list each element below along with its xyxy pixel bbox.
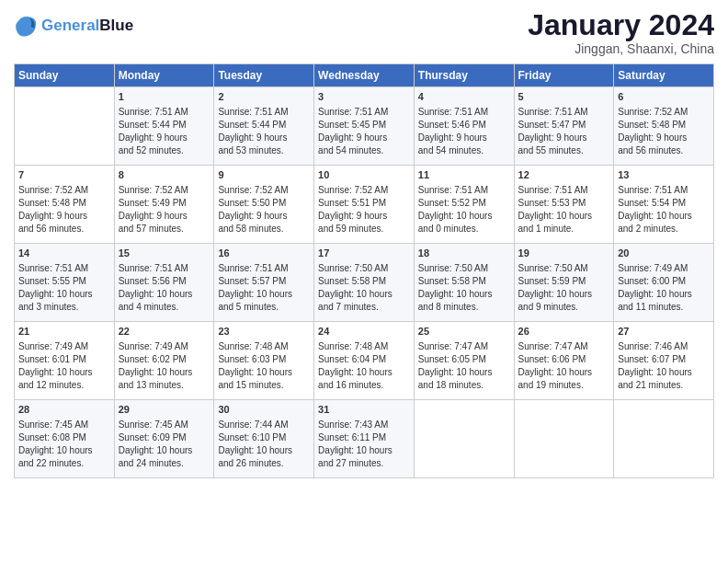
day-info: and 54 minutes.: [418, 144, 510, 157]
calendar-week-row: 7Sunrise: 7:52 AMSunset: 5:48 PMDaylight…: [15, 166, 714, 244]
day-info: Daylight: 9 hours: [618, 132, 710, 144]
day-info: Daylight: 10 hours: [318, 288, 410, 301]
day-info: Sunset: 5:56 PM: [119, 275, 210, 288]
day-number: 8: [119, 168, 210, 182]
day-number: 15: [119, 247, 210, 260]
day-info: Daylight: 10 hours: [318, 366, 410, 379]
day-info: Sunrise: 7:52 AM: [18, 184, 110, 197]
day-info: Sunset: 6:00 PM: [618, 275, 710, 288]
location: Jinggan, Shaanxi, China: [528, 41, 714, 56]
day-info: Sunrise: 7:51 AM: [18, 262, 110, 275]
weekday-header-monday: Monday: [114, 64, 214, 87]
calendar-cell: [15, 87, 115, 166]
day-info: Daylight: 9 hours: [119, 132, 210, 144]
day-info: Daylight: 9 hours: [218, 132, 310, 144]
day-info: Sunset: 6:03 PM: [218, 353, 310, 366]
calendar-cell: 1Sunrise: 7:51 AMSunset: 5:44 PMDaylight…: [114, 87, 214, 166]
day-info: Sunset: 5:50 PM: [218, 197, 310, 210]
day-info: and 19 minutes.: [518, 379, 610, 392]
calendar-cell: [614, 400, 714, 478]
day-info: Daylight: 10 hours: [518, 210, 610, 223]
day-info: and 0 minutes.: [418, 223, 510, 236]
header: GeneralBlue January 2024 Jinggan, Shaanx…: [14, 9, 714, 56]
day-info: Daylight: 10 hours: [18, 366, 110, 379]
day-info: and 5 minutes.: [218, 301, 310, 314]
day-info: Sunset: 5:48 PM: [18, 197, 110, 210]
day-info: Sunset: 5:46 PM: [418, 119, 510, 132]
day-number: 21: [18, 325, 110, 339]
day-info: and 8 minutes.: [418, 301, 510, 314]
calendar-cell: 8Sunrise: 7:52 AMSunset: 5:49 PMDaylight…: [114, 166, 214, 244]
logo: GeneralBlue: [14, 13, 133, 39]
day-info: Sunrise: 7:44 AM: [218, 419, 310, 431]
calendar-cell: 15Sunrise: 7:51 AMSunset: 5:56 PMDayligh…: [114, 244, 214, 322]
day-info: Daylight: 10 hours: [518, 288, 610, 301]
calendar-cell: 27Sunrise: 7:46 AMSunset: 6:07 PMDayligh…: [614, 322, 714, 400]
calendar-cell: 25Sunrise: 7:47 AMSunset: 6:05 PMDayligh…: [414, 322, 514, 400]
day-info: and 24 minutes.: [119, 457, 210, 470]
day-info: Sunset: 6:11 PM: [318, 431, 410, 444]
day-info: Sunrise: 7:45 AM: [18, 419, 110, 431]
weekday-header-row: SundayMondayTuesdayWednesdayThursdayFrid…: [15, 64, 714, 87]
calendar-week-row: 1Sunrise: 7:51 AMSunset: 5:44 PMDaylight…: [15, 87, 714, 166]
day-info: Sunset: 5:58 PM: [418, 275, 510, 288]
day-number: 9: [218, 168, 310, 182]
day-info: and 52 minutes.: [119, 144, 210, 157]
day-info: and 27 minutes.: [318, 457, 410, 470]
logo-blue: Blue: [99, 17, 133, 34]
day-info: Sunrise: 7:51 AM: [518, 184, 610, 197]
day-info: and 53 minutes.: [218, 144, 310, 157]
day-info: Sunset: 5:58 PM: [318, 275, 410, 288]
day-info: and 21 minutes.: [618, 379, 710, 392]
day-info: Daylight: 10 hours: [218, 288, 310, 301]
calendar-cell: 14Sunrise: 7:51 AMSunset: 5:55 PMDayligh…: [15, 244, 115, 322]
day-info: Sunset: 5:48 PM: [618, 119, 710, 132]
day-info: Daylight: 9 hours: [218, 210, 310, 223]
weekday-header-friday: Friday: [514, 64, 614, 87]
day-info: and 57 minutes.: [119, 223, 210, 236]
calendar-cell: 13Sunrise: 7:51 AMSunset: 5:54 PMDayligh…: [614, 166, 714, 244]
logo-icon: [14, 13, 40, 39]
calendar-cell: 6Sunrise: 7:52 AMSunset: 5:48 PMDaylight…: [614, 87, 714, 166]
day-info: Sunrise: 7:51 AM: [119, 106, 210, 119]
day-info: Sunset: 5:55 PM: [18, 275, 110, 288]
calendar-cell: 21Sunrise: 7:49 AMSunset: 6:01 PMDayligh…: [15, 322, 115, 400]
day-info: Sunset: 6:09 PM: [119, 431, 210, 444]
day-info: Daylight: 10 hours: [618, 210, 710, 223]
day-info: Sunset: 6:10 PM: [218, 431, 310, 444]
calendar-cell: 12Sunrise: 7:51 AMSunset: 5:53 PMDayligh…: [514, 166, 614, 244]
day-info: Daylight: 10 hours: [418, 366, 510, 379]
day-number: 14: [18, 247, 110, 260]
calendar-table: SundayMondayTuesdayWednesdayThursdayFrid…: [14, 63, 714, 478]
day-info: Daylight: 10 hours: [18, 444, 110, 457]
day-info: Sunrise: 7:49 AM: [618, 262, 710, 275]
day-info: Sunset: 6:04 PM: [318, 353, 410, 366]
day-info: and 9 minutes.: [518, 301, 610, 314]
title-block: January 2024 Jinggan, Shaanxi, China: [528, 9, 714, 56]
day-info: Daylight: 9 hours: [418, 132, 510, 144]
day-info: Sunset: 6:07 PM: [618, 353, 710, 366]
day-number: 6: [618, 90, 710, 104]
day-info: Sunset: 5:57 PM: [218, 275, 310, 288]
day-info: Sunrise: 7:49 AM: [119, 340, 210, 353]
day-info: and 55 minutes.: [518, 144, 610, 157]
day-info: Sunrise: 7:51 AM: [618, 184, 710, 197]
day-number: 30: [218, 403, 310, 417]
calendar-cell: 3Sunrise: 7:51 AMSunset: 5:45 PMDaylight…: [314, 87, 415, 166]
calendar-cell: 30Sunrise: 7:44 AMSunset: 6:10 PMDayligh…: [214, 400, 314, 478]
calendar-cell: 20Sunrise: 7:49 AMSunset: 6:00 PMDayligh…: [614, 244, 714, 322]
day-info: Sunrise: 7:52 AM: [618, 106, 710, 119]
day-info: Daylight: 9 hours: [119, 210, 210, 223]
calendar-header: SundayMondayTuesdayWednesdayThursdayFrid…: [15, 64, 714, 87]
day-number: 13: [618, 168, 710, 182]
day-info: Daylight: 10 hours: [18, 288, 110, 301]
day-number: 1: [119, 90, 210, 104]
weekday-header-saturday: Saturday: [614, 64, 714, 87]
day-info: and 11 minutes.: [618, 301, 710, 314]
calendar-cell: [414, 400, 514, 478]
day-info: Sunrise: 7:45 AM: [119, 419, 210, 431]
day-info: Sunset: 5:53 PM: [518, 197, 610, 210]
day-info: Daylight: 10 hours: [418, 288, 510, 301]
day-info: Sunrise: 7:46 AM: [618, 340, 710, 353]
day-info: Sunrise: 7:47 AM: [518, 340, 610, 353]
